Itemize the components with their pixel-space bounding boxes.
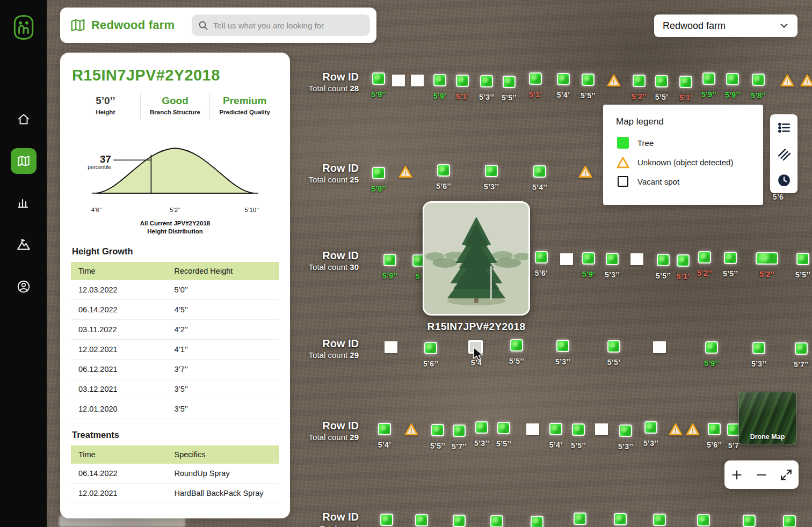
tree-marker[interactable] (550, 424, 561, 434)
tree-marker[interactable] (573, 424, 584, 435)
tree-marker[interactable] (757, 253, 777, 264)
tree-marker[interactable] (457, 76, 468, 86)
tree-marker[interactable] (646, 422, 656, 433)
tree-marker[interactable] (476, 422, 487, 433)
tree-marker[interactable] (634, 76, 644, 86)
vacant-marker[interactable] (630, 253, 643, 265)
tree-marker[interactable] (491, 516, 502, 526)
history-button[interactable] (770, 167, 798, 193)
zoom-out-button[interactable] (751, 463, 772, 487)
tree-marker[interactable] (706, 342, 717, 353)
chevron-down-icon (779, 21, 789, 31)
tree-marker[interactable] (530, 74, 541, 84)
tree-marker[interactable] (744, 516, 755, 526)
tree-marker[interactable] (784, 516, 795, 526)
farm-selector[interactable]: Redwood farm (654, 14, 798, 37)
tree-marker[interactable] (583, 75, 593, 85)
row-count-label: Total count (290, 524, 359, 527)
sidebar-item-profile[interactable] (11, 274, 37, 299)
drone-map-label: Drone Map (750, 433, 785, 441)
layers-button[interactable] (770, 141, 798, 167)
tree-marker[interactable] (709, 424, 720, 434)
tree-marker[interactable] (725, 253, 736, 263)
tree-marker[interactable] (699, 252, 710, 262)
tree-marker[interactable] (381, 515, 392, 525)
tree-marker[interactable] (656, 76, 667, 86)
tree-marker[interactable] (373, 74, 384, 84)
tree-marker[interactable] (379, 424, 390, 434)
tree-marker[interactable] (615, 514, 626, 524)
tree-marker[interactable] (434, 75, 445, 85)
tree-marker[interactable] (678, 255, 688, 266)
tree-marker[interactable] (481, 76, 492, 86)
vacant-marker[interactable] (595, 423, 608, 435)
sidebar-item-home[interactable] (11, 106, 37, 132)
tree-marker[interactable] (620, 426, 631, 436)
tree-marker[interactable] (454, 426, 465, 436)
layers-icon (777, 147, 791, 161)
tree-marker[interactable] (486, 166, 497, 176)
axis-tick: 4’6’’ (91, 207, 102, 213)
sidebar-item-terrain[interactable] (11, 232, 37, 258)
height-label: 5’9’’ (694, 359, 729, 368)
tree-marker[interactable] (796, 343, 807, 354)
tree-marker[interactable] (504, 77, 514, 87)
tree-marker[interactable] (728, 424, 739, 435)
tree-marker[interactable] (698, 515, 709, 525)
table-cell: 06.12.2021 (71, 359, 166, 379)
tree-marker[interactable] (385, 255, 395, 265)
tree-marker[interactable] (425, 343, 436, 353)
tree-marker[interactable] (532, 517, 542, 527)
vacant-marker[interactable] (526, 423, 539, 435)
tree-marker[interactable] (704, 74, 714, 84)
vacant-marker[interactable] (385, 341, 397, 353)
unknown-marker[interactable]: ! (800, 74, 812, 87)
selected-tree-photo[interactable] (423, 201, 530, 316)
unknown-marker[interactable]: ! (606, 74, 621, 87)
tree-marker[interactable] (416, 515, 427, 525)
tree-marker[interactable] (727, 74, 738, 84)
tree-marker[interactable] (498, 423, 509, 433)
tree-detail-panel: R15IN7JPV#2Y2018 5’0’’ Height Good Branc… (60, 53, 290, 518)
sidebar-item-analytics[interactable] (11, 190, 37, 216)
tree-marker[interactable] (454, 516, 465, 526)
tree-marker[interactable] (583, 253, 594, 264)
unknown-marker[interactable]: ! (780, 74, 795, 87)
list-icon (777, 121, 791, 135)
tree-marker[interactable] (753, 343, 764, 353)
tree-marker[interactable] (654, 515, 665, 525)
vacant-marker[interactable] (392, 75, 405, 86)
chart-caption: All Current JPV#2Y2018 Height Distributi… (71, 219, 279, 236)
tree-marker[interactable] (680, 77, 691, 87)
vacant-marker[interactable] (653, 341, 666, 353)
unknown-marker[interactable]: ! (404, 422, 419, 436)
unknown-marker[interactable]: ! (398, 165, 413, 178)
tree-marker[interactable] (558, 74, 569, 84)
tree-marker[interactable] (607, 254, 618, 264)
tree-marker[interactable] (438, 165, 449, 175)
table-cell: 3’7’’ (166, 359, 279, 379)
tree-marker[interactable] (608, 341, 619, 352)
vacant-marker[interactable] (411, 75, 424, 86)
drone-map-thumbnail[interactable]: Drone Map (738, 392, 796, 444)
sidebar-item-map[interactable] (11, 148, 37, 174)
tree-marker[interactable] (534, 166, 545, 177)
row-id-label: Row ID (290, 338, 359, 350)
tree-marker[interactable] (753, 75, 764, 85)
tree-marker[interactable] (373, 168, 384, 178)
search-input[interactable] (213, 21, 364, 30)
tree-marker[interactable] (432, 425, 443, 435)
tree-marker[interactable] (511, 340, 522, 350)
unknown-marker[interactable]: ! (668, 422, 683, 436)
tree-marker[interactable] (575, 514, 585, 524)
unknown-marker[interactable]: ! (685, 422, 700, 436)
vacant-marker[interactable] (560, 253, 573, 265)
fullscreen-button[interactable] (776, 463, 796, 487)
zoom-in-button[interactable] (727, 463, 747, 487)
unknown-marker[interactable]: ! (578, 165, 593, 178)
tree-marker[interactable] (798, 254, 808, 264)
tree-marker[interactable] (536, 252, 547, 262)
tree-marker[interactable] (557, 341, 568, 351)
layer-list-button[interactable] (770, 114, 798, 141)
tree-marker[interactable] (658, 255, 669, 265)
